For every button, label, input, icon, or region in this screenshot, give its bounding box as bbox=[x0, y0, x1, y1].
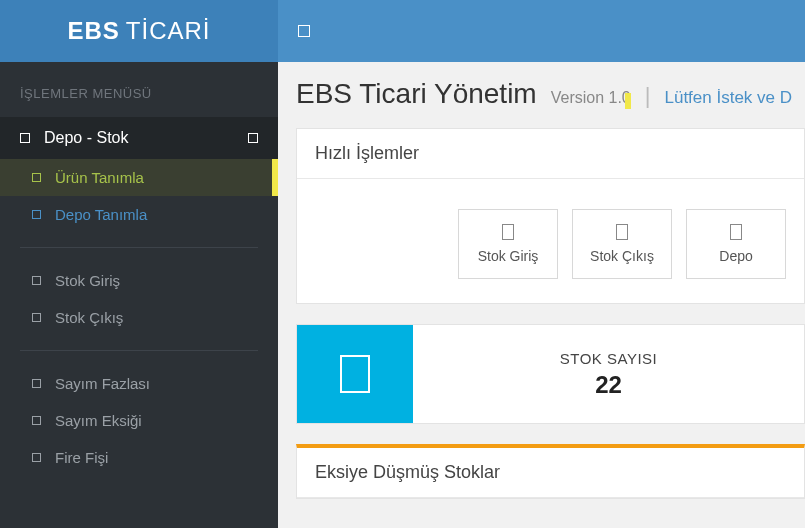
sidebar-item-label: Stok Giriş bbox=[55, 272, 120, 289]
sidebar-item-sayim-eksigi[interactable]: Sayım Eksiği bbox=[0, 402, 278, 439]
sidebar-item-label: Fire Fişi bbox=[55, 449, 108, 466]
stat-label: STOK SAYISI bbox=[560, 350, 657, 367]
sidebar-parent-depo-stok[interactable]: Depo - Stok bbox=[0, 117, 278, 159]
action-label: Stok Çıkış bbox=[590, 248, 654, 264]
sidebar-section-title: İŞLEMLER MENÜSÜ bbox=[0, 62, 278, 117]
topbar: EBS TİCARİ bbox=[0, 0, 805, 62]
main-content: EBS Ticari Yönetim Version 1.0 | Lütfen … bbox=[278, 62, 805, 528]
doc-icon bbox=[730, 224, 742, 240]
sidebar-item-sayim-fazlasi[interactable]: Sayım Fazlası bbox=[0, 365, 278, 402]
square-icon bbox=[32, 276, 41, 285]
brand[interactable]: EBS TİCARİ bbox=[0, 0, 278, 62]
square-icon bbox=[20, 133, 30, 143]
action-label: Stok Giriş bbox=[478, 248, 539, 264]
action-label: Depo bbox=[719, 248, 752, 264]
doc-icon bbox=[616, 224, 628, 240]
sidebar-item-label: Depo Tanımla bbox=[55, 206, 147, 223]
page-header: EBS Ticari Yönetim Version 1.0 | Lütfen … bbox=[296, 78, 805, 110]
negative-stock-title: Eksiye Düşmüş Stoklar bbox=[297, 448, 804, 498]
sidebar-item-stok-cikis[interactable]: Stok Çıkış bbox=[0, 299, 278, 336]
menu-toggle-icon[interactable] bbox=[298, 25, 310, 37]
square-icon bbox=[32, 379, 41, 388]
divider bbox=[20, 350, 258, 351]
sidebar-item-label: Sayım Eksiği bbox=[55, 412, 142, 429]
request-link[interactable]: Lütfen İstek ve D bbox=[664, 88, 792, 108]
sidebar-item-fire-fisi[interactable]: Fire Fişi bbox=[0, 439, 278, 476]
stat-card-stock-count: STOK SAYISI 22 bbox=[296, 324, 805, 424]
square-icon bbox=[32, 313, 41, 322]
doc-icon bbox=[502, 224, 514, 240]
collapse-icon bbox=[248, 133, 258, 143]
sidebar-parent-label: Depo - Stok bbox=[44, 129, 128, 147]
sidebar-item-label: Ürün Tanımla bbox=[55, 169, 144, 186]
topbar-right bbox=[278, 0, 805, 62]
sidebar: İŞLEMLER MENÜSÜ Depo - Stok Ürün Tanımla… bbox=[0, 62, 278, 528]
stat-icon-box bbox=[297, 325, 413, 423]
page-title: EBS Ticari Yönetim bbox=[296, 78, 537, 110]
action-stok-cikis[interactable]: Stok Çıkış bbox=[572, 209, 672, 279]
sidebar-item-depo-tanimla[interactable]: Depo Tanımla bbox=[0, 196, 278, 233]
quick-actions-row: Stok Giriş Stok Çıkış Depo bbox=[315, 209, 786, 279]
page-version: Version 1.0 bbox=[551, 89, 631, 107]
action-depo[interactable]: Depo bbox=[686, 209, 786, 279]
sidebar-item-label: Stok Çıkış bbox=[55, 309, 123, 326]
action-stok-giris[interactable]: Stok Giriş bbox=[458, 209, 558, 279]
sidebar-item-urun-tanimla[interactable]: Ürün Tanımla bbox=[0, 159, 278, 196]
highlight-marker bbox=[625, 93, 631, 109]
square-icon bbox=[32, 416, 41, 425]
brand-bold: EBS bbox=[67, 17, 119, 45]
square-icon bbox=[32, 453, 41, 462]
sidebar-item-stok-giris[interactable]: Stok Giriş bbox=[0, 262, 278, 299]
square-icon bbox=[32, 173, 41, 182]
separator: | bbox=[645, 83, 651, 109]
quick-actions-panel: Hızlı İşlemler Stok Giriş Stok Çıkış Dep… bbox=[296, 128, 805, 304]
brand-light: TİCARİ bbox=[126, 17, 211, 45]
sidebar-item-label: Sayım Fazlası bbox=[55, 375, 150, 392]
square-icon bbox=[32, 210, 41, 219]
divider bbox=[20, 247, 258, 248]
box-icon bbox=[340, 355, 370, 393]
negative-stock-panel: Eksiye Düşmüş Stoklar bbox=[296, 444, 805, 499]
quick-actions-title: Hızlı İşlemler bbox=[297, 129, 804, 179]
stat-value: 22 bbox=[595, 371, 622, 399]
